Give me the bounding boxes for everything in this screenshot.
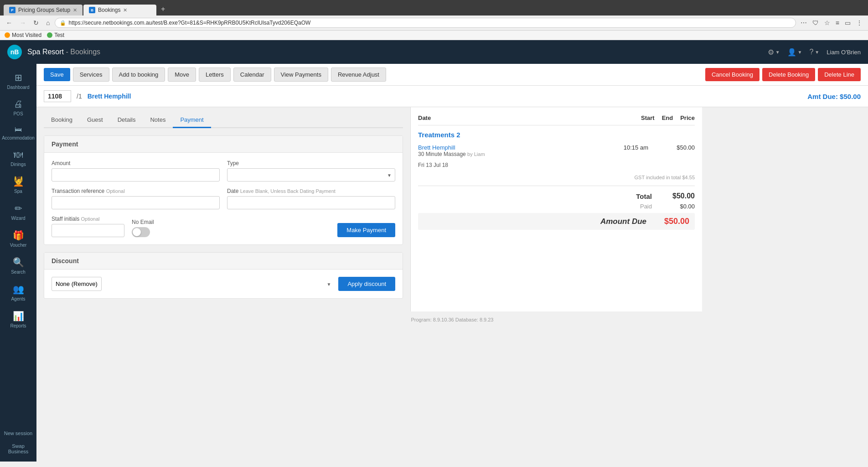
cancel-booking-button[interactable]: Cancel Booking (705, 68, 760, 81)
browser-star-icon[interactable]: ☆ (822, 18, 832, 27)
delete-booking-button[interactable]: Delete Booking (762, 68, 815, 81)
date-input[interactable] (227, 196, 395, 209)
apply-discount-button[interactable]: Apply discount (338, 277, 395, 291)
save-button[interactable]: Save (44, 68, 70, 81)
browser-reader-icon[interactable]: ≡ (834, 18, 841, 27)
type-select[interactable]: Cash Credit Card EFTPOS Voucher (227, 168, 395, 182)
sidebar-item-pos[interactable]: 🖨 POS (2, 95, 35, 120)
paid-row: Paid $0.00 (418, 202, 695, 211)
discount-select[interactable]: None (Remove) 10% Discount 20% Discount … (52, 277, 102, 291)
settings-icon-btn[interactable]: ⚙ ▼ (768, 48, 780, 57)
browser-back-button[interactable]: ← (4, 18, 15, 27)
sidebar-item-dinings[interactable]: 🍽 Dinings (2, 146, 35, 171)
tab-add-button[interactable]: + (157, 3, 169, 16)
accommodation-icon: 🛏 (15, 125, 22, 134)
bookmark-most-visited[interactable]: Most Visited (5, 32, 41, 38)
new-session-link[interactable]: New session (2, 428, 34, 439)
bookmark-dot-most-visited (5, 32, 10, 38)
tab-notes[interactable]: Notes (143, 113, 173, 128)
sidebar-item-dashboard[interactable]: ⊞ Dashboard (2, 68, 35, 93)
treatment-group-title: Treatments 2 (418, 131, 695, 139)
browser-address-bar[interactable]: 🔒 https://secure.netbookings.com.au/test… (55, 18, 796, 28)
summary-col-end: End (662, 114, 673, 121)
sidebar-item-accommodation[interactable]: 🛏 Accommodation (2, 122, 35, 144)
discount-row: None (Remove) 10% Discount 20% Discount … (52, 277, 395, 291)
sidebar-item-voucher[interactable]: 🎁 Voucher (2, 226, 35, 251)
summary-col-price: Price (680, 114, 695, 121)
booking-row-left: Brett Hemphill 30 Minute Massage by Liam (418, 144, 616, 157)
type-label: Type (227, 160, 395, 166)
sidebar-label-voucher: Voucher (10, 243, 27, 248)
add-to-booking-button[interactable]: Add to booking (112, 67, 165, 82)
transaction-ref-input[interactable] (52, 196, 220, 209)
sidebar-label-wizard: Wizard (11, 216, 25, 221)
sidebar-item-wizard[interactable]: ✏ Wizard (2, 199, 35, 224)
booking-start-time: 10:15 am (624, 144, 648, 157)
browser-forward-button[interactable]: → (17, 18, 28, 27)
date-label-text: Date (227, 188, 238, 194)
summary-header: Date Start End Price (418, 114, 695, 125)
amt-due-label: Amt Due: $50.00 (807, 93, 861, 100)
payment-form-row-2: Transaction reference Optional Date Leav… (52, 188, 395, 209)
discount-select-wrapper: None (Remove) 10% Discount 20% Discount … (52, 277, 335, 291)
letters-button[interactable]: Letters (199, 67, 231, 82)
type-group: Type Cash Credit Card EFTPOS Voucher (227, 160, 395, 182)
amount-input[interactable] (52, 168, 220, 182)
delete-line-button[interactable]: Delete Line (818, 68, 861, 81)
page-footer: Program: 8.9.10.36 Database: 8.9.23 (36, 311, 868, 328)
total-value: $50.00 (663, 192, 695, 200)
calendar-button[interactable]: Calendar (233, 67, 271, 82)
tab-favicon-pricing: P (9, 7, 16, 13)
staff-initials-label: Staff initials Optional (52, 216, 124, 222)
booking-guest-name[interactable]: Brett Hemphill (88, 93, 131, 100)
browser-chrome: P Pricing Groups Setup ✕ B Bookings ✕ + (0, 0, 868, 16)
no-email-toggle[interactable] (132, 227, 150, 237)
tab-close-bookings[interactable]: ✕ (123, 7, 127, 13)
dashboard-icon: ⊞ (15, 72, 22, 83)
tab-booking[interactable]: Booking (44, 113, 80, 128)
app-title: Spa Resort - Bookings (27, 48, 100, 56)
move-button[interactable]: Move (168, 67, 196, 82)
sidebar-item-agents[interactable]: 👥 Agents (2, 280, 35, 305)
app-brand: Spa Resort (27, 48, 64, 56)
browser-toolbar-right: ⋯ 🛡 ☆ ≡ ▭ ⋮ (799, 18, 864, 27)
browser-sidebar-icon[interactable]: ▭ (843, 18, 852, 27)
browser-tab-bookings[interactable]: B Bookings ✕ (83, 5, 156, 16)
app-container: nB Spa Resort - Bookings ⚙ ▼ 👤 ▼ ? ▼ Lia… (0, 40, 868, 462)
view-payments-button[interactable]: View Payments (274, 67, 328, 82)
staff-initials-input[interactable] (52, 224, 124, 237)
bookmark-test[interactable]: Test (47, 32, 64, 38)
tab-bar: Booking Guest Details Notes Payment (44, 113, 403, 128)
type-select-wrapper: Cash Credit Card EFTPOS Voucher (227, 168, 395, 182)
revenue-adjust-button[interactable]: Revenue Adjust (331, 67, 386, 82)
bookmark-dot-test (47, 32, 52, 38)
bookmark-label-test: Test (54, 32, 64, 38)
browser-menu-icon[interactable]: ⋯ (799, 18, 809, 27)
browser-tab-pricing[interactable]: P Pricing Groups Setup ✕ (4, 5, 83, 16)
tab-details[interactable]: Details (110, 113, 143, 128)
swap-business-link[interactable]: Swap Business (0, 441, 36, 457)
person-icon-btn[interactable]: 👤 ▼ (787, 48, 802, 57)
amount-due-row: Amount Due $50.00 (418, 213, 695, 230)
browser-more-icon[interactable]: ⋮ (854, 18, 864, 27)
browser-refresh-button[interactable]: ↻ (31, 18, 41, 27)
tab-close-pricing[interactable]: ✕ (73, 7, 77, 13)
settings-caret-icon: ▼ (775, 50, 780, 55)
sidebar-item-reports[interactable]: 📊 Reports (2, 307, 35, 332)
two-column-layout: Booking Guest Details Notes Payment Paym… (36, 107, 868, 311)
dinings-icon: 🍽 (14, 150, 23, 160)
user-name: Liam O'Brien (827, 49, 861, 56)
services-button[interactable]: Services (73, 67, 109, 82)
browser-home-button[interactable]: ⌂ (44, 18, 52, 27)
tab-guest[interactable]: Guest (80, 113, 110, 128)
sidebar-item-search[interactable]: 🔍 Search (2, 253, 35, 278)
person-icon: 👤 (787, 48, 796, 57)
sidebar-item-spa[interactable]: 💆 Spa (2, 172, 35, 197)
booking-guest-name[interactable]: Brett Hemphill (418, 144, 616, 151)
tab-payment[interactable]: Payment (173, 113, 211, 128)
browser-shield-icon[interactable]: 🛡 (811, 18, 821, 27)
wizard-icon: ✏ (15, 203, 22, 214)
sidebar-label-spa: Spa (14, 189, 22, 194)
make-payment-button[interactable]: Make Payment (337, 223, 395, 237)
help-icon-btn[interactable]: ? ▼ (809, 48, 819, 56)
